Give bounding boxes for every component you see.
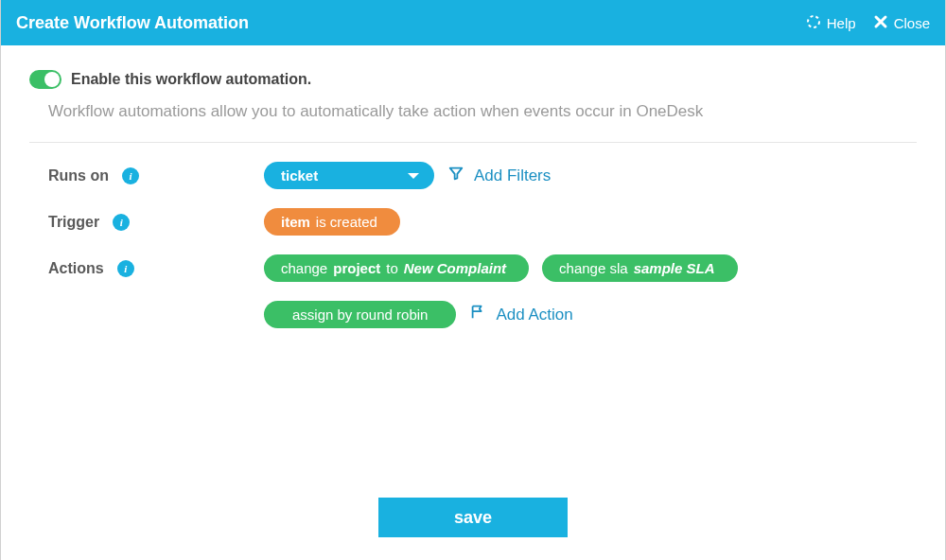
save-button[interactable]: save [378,498,568,537]
filter-icon [447,165,464,186]
trigger-label: Trigger [48,214,99,231]
add-filters-label: Add Filters [474,166,551,185]
action2-change: change sla [559,260,628,276]
section-divider [29,142,917,143]
runs-on-select[interactable]: ticket [264,162,434,189]
help-button[interactable]: Help [806,14,856,32]
trigger-pill[interactable]: item is created [264,208,400,236]
add-filters-button[interactable]: Add Filters [447,165,551,186]
add-action-button[interactable]: Add Action [469,304,572,325]
close-button[interactable]: Close [873,14,930,32]
info-icon[interactable]: i [122,167,139,184]
action1-field: project [333,260,380,276]
close-icon [873,14,888,32]
enable-toggle[interactable] [29,70,61,89]
add-action-label: Add Action [496,306,572,324]
info-icon[interactable]: i [117,260,134,277]
action-assign-round-robin[interactable]: assign by round robin [264,301,456,328]
action-change-sla[interactable]: change sla sample SLA [542,254,737,282]
action1-to: to [386,260,398,276]
info-icon[interactable]: i [113,214,130,231]
runs-on-value: ticket [281,167,318,184]
enable-label: Enable this workflow automation. [71,71,311,88]
close-label: Close [894,15,930,31]
action2-value: sample SLA [634,260,715,276]
chevron-down-icon [408,173,419,179]
trigger-event: is created [316,214,377,230]
trigger-item: item [281,214,310,230]
actions-label: Actions [48,260,104,277]
action1-change: change [281,260,327,276]
help-label: Help [827,15,856,31]
svg-point-0 [808,16,819,27]
runs-on-label: Runs on [48,167,109,184]
description-text: Workflow automations allow you to automa… [48,102,917,121]
dialog-title: Create Workflow Automation [16,13,249,33]
help-icon [806,14,821,32]
flag-icon [469,304,486,325]
action1-value: New Complaint [404,260,506,276]
action-change-project[interactable]: change project to New Complaint [264,254,529,282]
action3-text: assign by round robin [292,306,428,323]
